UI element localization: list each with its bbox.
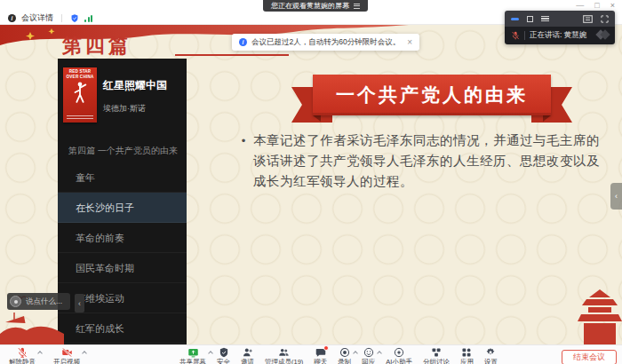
book-cover: RED STAR OVER CHINA: [63, 67, 97, 123]
manage-members-button[interactable]: 管理成员(19): [265, 347, 303, 364]
gear-icon: [485, 347, 496, 358]
meeting-toast: i 会议已超过2人，自动转为60分钟限时会议。 ×: [232, 34, 419, 51]
slide-title: 一个共产党人的由来: [313, 75, 551, 115]
chapter-list: 童年 在长沙的日子 革命的前奏 国民革命时期 苏维埃运动 红军的成长: [58, 162, 187, 344]
unmute-button[interactable]: 解除静音: [9, 347, 36, 364]
panel-minimize-icon[interactable]: [511, 18, 519, 20]
sidebar-collapse-handle[interactable]: ‹: [75, 294, 84, 313]
share-screen-button[interactable]: 共享屏幕: [179, 347, 206, 364]
watching-banner[interactable]: 您正在观看黄慧婉的屏幕: [263, 0, 368, 12]
toast-info-icon: i: [239, 38, 247, 46]
invite-icon: [242, 347, 253, 358]
security-button[interactable]: 安全: [217, 347, 230, 364]
panel-list-icon[interactable]: [541, 16, 549, 22]
invite-button[interactable]: 邀请: [241, 347, 254, 364]
book-meta: 红星照耀中国 埃德加·斯诺: [103, 67, 167, 123]
ai-assistant-button[interactable]: AI小助手: [386, 347, 412, 364]
watching-banner-text: 您正在观看黄慧婉的屏幕: [271, 1, 349, 11]
meeting-toolbar: 解除静音 开启视频 共享屏幕: [0, 344, 622, 364]
divider: [524, 31, 525, 40]
share-screen-icon: [187, 347, 199, 358]
shared-screen: 第四篇 i 会议已超过2人，自动转为60分钟限时会议。 × RED STAR O…: [0, 25, 622, 344]
video-panel-expand-tab[interactable]: ‹: [610, 183, 622, 210]
apps-icon: [461, 347, 472, 358]
section-label: 第四篇 一个共产党员的由来: [68, 145, 178, 157]
panel-expand-icon[interactable]: [601, 15, 609, 23]
toolbar-center-group: 共享屏幕 安全 邀请 管理成员(19): [179, 347, 498, 364]
chevron-up-icon[interactable]: [354, 351, 359, 356]
slide-body: • 本章记述了作者采访毛泽东同志的情况，并通过与毛主席的谈话讲述了共产党领导人毛…: [234, 131, 607, 192]
chevron-up-icon[interactable]: [208, 351, 213, 356]
window-controls: — □ ×: [576, 1, 615, 11]
chapter-item[interactable]: 国民革命时期: [58, 253, 187, 283]
reaction-button[interactable]: 回应: [362, 347, 375, 364]
chevron-up-icon[interactable]: [82, 351, 87, 356]
chat-icon: [315, 347, 326, 358]
record-button[interactable]: 录制: [338, 347, 351, 364]
switch-view-icon[interactable]: [354, 4, 360, 9]
shield-icon: [219, 347, 229, 358]
speaking-label: 正在讲话: 黄慧婉: [530, 30, 586, 41]
security-shield-icon[interactable]: [70, 13, 79, 23]
apps-button[interactable]: 应用: [460, 347, 474, 364]
toast-close-icon[interactable]: ×: [407, 37, 412, 47]
chevron-up-icon[interactable]: [378, 351, 383, 356]
breakout-icon: [431, 347, 442, 358]
avatar-placeholder-logo: [597, 31, 609, 38]
speaker-panel: 正在讲话: 黄慧婉: [505, 11, 615, 44]
heading-underline: [175, 54, 289, 56]
chat-quick-input[interactable]: 说点什么...: [7, 293, 70, 310]
meeting-menubar: i 会议详情: [0, 12, 92, 25]
bullet-marker: •: [234, 131, 253, 192]
chapter-item-selected[interactable]: 在长沙的日子: [58, 193, 187, 223]
cover-fineprint: [67, 114, 93, 119]
divider: [61, 14, 62, 22]
ai-assistant-icon: [394, 347, 404, 358]
book-cover-title: RED STAR OVER CHINA: [65, 69, 95, 79]
chapter-item[interactable]: 红军的成长: [58, 313, 187, 344]
end-meeting-button[interactable]: 结束会议: [562, 350, 617, 364]
network-signal-icon: [84, 15, 92, 22]
trumpeter-figure-icon: [71, 80, 89, 105]
chapter-item[interactable]: 革命的前奏: [58, 223, 187, 253]
speaker-status-row: 正在讲话: 黄慧婉: [505, 27, 615, 44]
camera-off-icon: [61, 347, 73, 358]
toolbar-end-group: 结束会议: [562, 347, 617, 364]
meeting-details-link[interactable]: 会议详情: [21, 12, 53, 24]
book-header: RED STAR OVER CHINA 红星照耀中国 埃德加·斯诺: [63, 67, 183, 123]
members-icon: [278, 347, 290, 358]
toolbar-left-group: 解除静音 开启视频: [9, 347, 80, 364]
start-video-button[interactable]: 开启视频: [53, 347, 80, 364]
toast-text: 会议已超过2人，自动转为60分钟限时会议。: [251, 37, 400, 48]
mic-muted-icon: [511, 31, 520, 40]
breakout-rooms-button[interactable]: 分组讨论: [423, 347, 450, 364]
record-icon: [339, 347, 350, 358]
mic-off-icon: [17, 347, 28, 358]
ribbon-fold-right: [543, 115, 551, 122]
book-author: 埃德加·斯诺: [103, 103, 167, 115]
meeting-window: 您正在观看黄慧婉的屏幕 — □ × i 会议详情 第四篇 i 会议已超过2人，自: [0, 0, 622, 364]
chat-unread-badge: [323, 345, 329, 351]
ribbon-banner: 一个共产党人的由来: [291, 75, 572, 128]
chevron-up-icon[interactable]: [37, 351, 43, 356]
chapter-item[interactable]: 童年: [58, 162, 187, 193]
panel-restore-icon[interactable]: [527, 16, 533, 22]
chat-avatar-icon: [10, 296, 21, 307]
slide-chapter-heading: 第四篇: [62, 33, 132, 59]
chat-placeholder: 说点什么...: [26, 297, 62, 307]
ribbon-fold-left: [313, 115, 321, 122]
info-icon: i: [8, 14, 16, 22]
close-button[interactable]: ×: [610, 1, 615, 11]
chat-button[interactable]: 聊天: [314, 347, 327, 364]
maximize-button[interactable]: □: [594, 1, 599, 11]
settings-button[interactable]: 设置: [484, 347, 498, 364]
corner-decoration-gate: [578, 289, 622, 344]
slide-body-text: 本章记述了作者采访毛泽东同志的情况，并通过与毛主席的谈话讲述了共产党领导人毛泽东…: [253, 131, 607, 192]
book-title: 红星照耀中国: [103, 78, 167, 93]
speaker-panel-toolbar: [505, 11, 615, 27]
minimize-button[interactable]: —: [576, 1, 584, 11]
panel-layout-icon[interactable]: [583, 15, 593, 23]
reaction-icon: [363, 347, 374, 358]
